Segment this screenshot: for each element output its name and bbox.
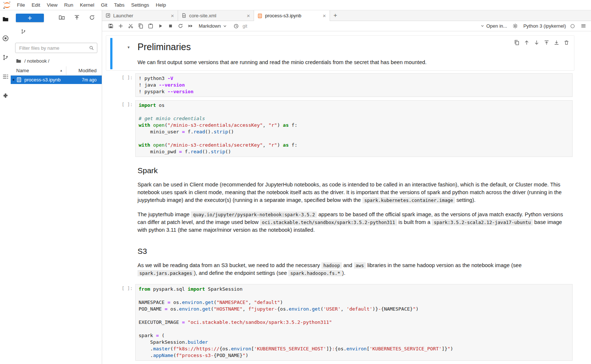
restart-button[interactable] bbox=[175, 22, 185, 31]
rendered-markdown: SparkSpark can be used in Client mode (r… bbox=[135, 166, 573, 234]
menu-tabs[interactable]: Tabs bbox=[111, 0, 128, 10]
toolbar-buttons bbox=[106, 22, 195, 31]
hamburger-icon bbox=[581, 23, 586, 29]
markdown-cell[interactable]: SparkSpark can be used in Client mode (r… bbox=[102, 160, 591, 238]
running-icon bbox=[2, 35, 9, 42]
file-row[interactable]: process-s3.ipynb7m ago bbox=[11, 76, 102, 84]
menu-git[interactable]: Git bbox=[98, 0, 111, 10]
open-in-dropdown[interactable]: Open in... bbox=[481, 23, 507, 29]
toolbar-overflow-button[interactable] bbox=[579, 22, 587, 30]
code-line: NAMESPACE = os.environ.get("NAMESPACE", … bbox=[139, 299, 569, 306]
move-down-button[interactable] bbox=[533, 39, 540, 46]
code-cell[interactable]: [ ]:import os # get minio credentialswit… bbox=[102, 100, 591, 157]
menu-help[interactable]: Help bbox=[152, 0, 169, 10]
notebook-icon bbox=[257, 13, 263, 18]
inline-code: spark:3.5.2-scala2.12-java17-ubuntu bbox=[432, 219, 532, 225]
new-launcher-button[interactable] bbox=[16, 14, 44, 22]
extensions-icon bbox=[2, 92, 9, 99]
run-button[interactable] bbox=[156, 22, 166, 31]
column-header-name[interactable]: Name ▲ bbox=[11, 66, 66, 75]
code-line: with open("/minio-s3-credentials/secretK… bbox=[139, 142, 569, 148]
git-clone-icon bbox=[21, 29, 26, 34]
menu-file[interactable]: File bbox=[14, 0, 28, 10]
code-line: ! pyspark --version bbox=[139, 88, 569, 95]
history-button[interactable] bbox=[232, 22, 241, 31]
heading-collapser-icon[interactable]: ▾ bbox=[128, 45, 130, 50]
code-editor[interactable]: ! python3 -V! java --version! pyspark --… bbox=[135, 73, 573, 97]
notebook-panel[interactable]: ▾PreliminariesWe can first output some v… bbox=[102, 31, 591, 364]
settings-button[interactable] bbox=[511, 22, 519, 30]
code-editor[interactable]: from pyspark.sql import SparkSession NAM… bbox=[135, 284, 573, 361]
menu-settings[interactable]: Settings bbox=[128, 0, 153, 10]
markdown-paragraph: Spark can be used in Client mode (recomm… bbox=[138, 181, 573, 204]
cell-collapser[interactable] bbox=[110, 38, 112, 69]
copy-button[interactable] bbox=[136, 22, 146, 31]
code-line bbox=[139, 326, 569, 332]
save-button[interactable] bbox=[106, 22, 116, 31]
insert-button[interactable] bbox=[116, 22, 126, 31]
rendered-markdown: S3As we will be reading data from an S3 … bbox=[135, 247, 573, 277]
breadcrumb[interactable]: / notebook / bbox=[11, 55, 102, 66]
code-line: minio_pwd = f.read().strip() bbox=[139, 148, 569, 155]
code-line: import os bbox=[139, 102, 569, 109]
code-cell[interactable]: [ ]:! python3 -V! java --version! pyspar… bbox=[102, 73, 591, 97]
code-editor[interactable]: import os # get minio credentialswith op… bbox=[135, 100, 573, 157]
refresh-button[interactable] bbox=[89, 14, 95, 22]
move-up-button[interactable] bbox=[523, 39, 530, 46]
tab-label: Launcher bbox=[113, 13, 168, 18]
tab-process-s3-ipynb[interactable]: process-s3.ipynb× bbox=[254, 10, 330, 21]
menu-view[interactable]: View bbox=[44, 0, 61, 10]
cell-collapser[interactable] bbox=[110, 74, 112, 96]
inline-code: spark.jars.packages bbox=[138, 270, 194, 276]
close-icon[interactable]: × bbox=[170, 13, 174, 18]
file-browser-toolbar bbox=[11, 10, 102, 22]
tab-launcher[interactable]: Launcher× bbox=[102, 10, 178, 21]
markdown-cell[interactable]: ▾PreliminariesWe can first output some v… bbox=[102, 37, 591, 70]
run-icon bbox=[158, 23, 163, 29]
paste-button[interactable] bbox=[146, 22, 156, 31]
new-folder-button[interactable] bbox=[59, 14, 65, 22]
menu-run[interactable]: Run bbox=[61, 0, 77, 10]
cell-collapser[interactable] bbox=[110, 285, 112, 360]
cell-collapser[interactable] bbox=[110, 161, 112, 237]
code-line: ! python3 -V bbox=[139, 75, 569, 82]
duplicate-button[interactable] bbox=[513, 39, 520, 46]
sidebar-tab-file-browser[interactable] bbox=[0, 14, 11, 24]
xml-icon bbox=[181, 13, 187, 18]
code-line: .appName(f"process-s3-{POD_NAME}") bbox=[139, 352, 569, 359]
kernel-name[interactable]: Python 3 (ipykernel) bbox=[523, 23, 566, 29]
sidebar-tab-table-of-contents[interactable] bbox=[0, 71, 11, 82]
execution-count bbox=[102, 160, 135, 238]
sidebar-tab-running[interactable] bbox=[0, 33, 11, 43]
sidebar-tab-extensions[interactable] bbox=[0, 91, 11, 101]
close-icon[interactable]: × bbox=[322, 13, 326, 18]
insert-below-button[interactable] bbox=[553, 39, 560, 46]
move-up-icon bbox=[524, 40, 529, 45]
code-line: from pyspark.sql import SparkSession bbox=[139, 286, 569, 293]
menu-edit[interactable]: Edit bbox=[28, 0, 44, 10]
column-header-modified[interactable]: Modified bbox=[66, 66, 102, 75]
stop-button[interactable] bbox=[166, 22, 175, 31]
delete-button[interactable] bbox=[563, 39, 570, 46]
execution-count: [ ]: bbox=[102, 73, 135, 97]
code-cell[interactable]: [ ]:from pyspark.sql import SparkSession… bbox=[102, 284, 591, 361]
upload-button[interactable] bbox=[74, 14, 80, 22]
cell-collapser[interactable] bbox=[110, 242, 112, 280]
git-clone-button[interactable] bbox=[21, 29, 26, 35]
cell-collapser[interactable] bbox=[110, 101, 112, 156]
fast-forward-button[interactable] bbox=[185, 22, 195, 31]
cut-button[interactable] bbox=[126, 22, 136, 31]
tab-core-site-xml[interactable]: core-site.xml× bbox=[178, 10, 254, 21]
new-tab-button[interactable]: + bbox=[330, 10, 341, 21]
insert-above-button[interactable] bbox=[543, 39, 550, 46]
filter-input[interactable] bbox=[15, 43, 97, 53]
cell-toolbar bbox=[513, 39, 570, 46]
markdown-heading: ▾Preliminaries bbox=[138, 42, 573, 52]
markdown-cell[interactable]: S3As we will be reading data from an S3 … bbox=[102, 241, 591, 281]
sidebar-tab-git[interactable] bbox=[0, 52, 11, 63]
close-icon[interactable]: × bbox=[246, 13, 250, 18]
chevron-down-icon bbox=[223, 24, 227, 28]
cell-type-dropdown[interactable]: Markdown bbox=[199, 23, 227, 29]
menu-kernel[interactable]: Kernel bbox=[77, 0, 98, 10]
code-line: EXECUTOR_IMAGE = "oci.stackable.tech/san… bbox=[139, 319, 569, 326]
